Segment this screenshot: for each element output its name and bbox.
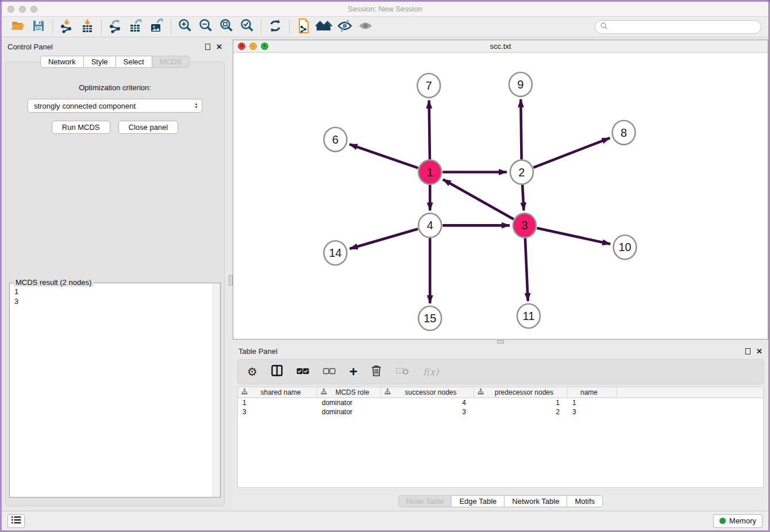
- table-row[interactable]: 1dominator411: [238, 398, 763, 407]
- tab-network-table[interactable]: Network Table: [505, 495, 567, 507]
- cell-MCDS-role[interactable]: dominator: [317, 408, 381, 416]
- create-column-button[interactable]: +: [349, 365, 357, 379]
- graph-node-10[interactable]: 10: [614, 235, 637, 259]
- import-table-button[interactable]: [77, 18, 98, 36]
- graph-node-11[interactable]: 11: [517, 304, 540, 328]
- close-panel-button[interactable]: Close panel: [118, 121, 179, 134]
- tab-mcds[interactable]: MCDS: [152, 56, 190, 68]
- graph-node-1[interactable]: 1: [418, 160, 441, 184]
- tab-select[interactable]: Select: [116, 56, 152, 68]
- float-panel-icon[interactable]: [745, 348, 750, 354]
- save-session-button[interactable]: [28, 18, 49, 36]
- tab-style[interactable]: Style: [84, 56, 116, 68]
- float-panel-icon[interactable]: [205, 44, 210, 50]
- show-hidden-button[interactable]: [355, 18, 376, 36]
- cell-name[interactable]: 3: [568, 408, 617, 416]
- graph-node-9[interactable]: 9: [509, 72, 532, 97]
- edge-1-6[interactable]: [349, 144, 418, 168]
- graph-node-4[interactable]: 4: [418, 213, 441, 237]
- node-label: 11: [523, 310, 535, 322]
- node-label: 10: [618, 241, 631, 253]
- edge-2-3[interactable]: [522, 184, 523, 210]
- network-canvas[interactable]: 7968124314101511: [233, 53, 768, 339]
- graph-node-3[interactable]: 3: [513, 213, 536, 237]
- tab-network[interactable]: Network: [40, 56, 84, 68]
- graph-node-2[interactable]: 2: [510, 160, 533, 184]
- splitter-grip[interactable]: [497, 340, 504, 344]
- nested-network-button[interactable]: [314, 18, 334, 36]
- graph-node-8[interactable]: 8: [613, 121, 636, 145]
- search-field[interactable]: [595, 20, 761, 34]
- network-view-window: ✕ − + scc.txt 7968124314101511: [233, 40, 768, 340]
- graph-node-15[interactable]: 15: [418, 306, 441, 330]
- app-window: Session: New Session: [0, 0, 770, 532]
- deselect-all-columns-button[interactable]: [323, 367, 336, 377]
- graph-node-14[interactable]: 14: [324, 241, 347, 265]
- edge-3-1[interactable]: [443, 179, 514, 219]
- graph-node-7[interactable]: 7: [417, 74, 440, 98]
- table-options-button[interactable]: ⚙: [247, 366, 257, 377]
- close-panel-icon[interactable]: ✕: [216, 43, 222, 51]
- cell-successor-nodes[interactable]: 3: [381, 408, 474, 416]
- zoom-in-button[interactable]: [175, 18, 195, 36]
- edge-2-9[interactable]: [521, 99, 521, 160]
- hide-selected-button[interactable]: [334, 18, 355, 36]
- delete-table-button[interactable]: [395, 366, 409, 377]
- table-panel-header: Table Panel ✕: [233, 344, 768, 358]
- export-image-icon: [149, 18, 164, 36]
- node-label: 7: [426, 79, 432, 92]
- column-header-predecessor-nodes[interactable]: predecessor nodes: [474, 387, 568, 398]
- tab-motifs[interactable]: Motifs: [567, 495, 603, 507]
- zoom-selected-button[interactable]: [237, 18, 257, 36]
- tab-edge-table[interactable]: Edge Table: [452, 495, 505, 507]
- criterion-select[interactable]: strongly connected component ▲ ▼: [28, 99, 202, 113]
- edge-2-8[interactable]: [533, 138, 610, 168]
- close-panel-icon[interactable]: ✕: [756, 348, 763, 355]
- select-all-columns-button[interactable]: [297, 367, 309, 377]
- edge-3-11[interactable]: [525, 238, 528, 301]
- zoom-out-button[interactable]: [195, 18, 216, 36]
- node-label: 14: [329, 246, 342, 259]
- column-label: successor nodes: [394, 388, 473, 396]
- cell-MCDS-role[interactable]: dominator: [317, 399, 381, 407]
- mcds-result-scrollbar[interactable]: [213, 283, 220, 497]
- vertical-splitter[interactable]: [228, 40, 233, 511]
- column-header-name[interactable]: name: [568, 387, 617, 398]
- edge-1-7[interactable]: [429, 101, 430, 160]
- mcds-panel: Optimization criterion: strongly connect…: [5, 61, 225, 506]
- cell-shared-name[interactable]: 1: [238, 399, 317, 407]
- task-history-button[interactable]: [7, 514, 25, 528]
- splitter-grip[interactable]: [229, 275, 233, 286]
- tab-node-table[interactable]: Node Table: [398, 495, 452, 507]
- column-label: MCDS role: [330, 388, 380, 396]
- import-network-button[interactable]: [56, 18, 77, 36]
- run-mcds-button[interactable]: Run MCDS: [52, 121, 110, 134]
- export-table-button[interactable]: [126, 18, 147, 36]
- edge-4-14[interactable]: [350, 229, 418, 249]
- edge-3-10[interactable]: [537, 228, 610, 244]
- zoom-fit-button[interactable]: [216, 18, 237, 36]
- memory-button[interactable]: Memory: [713, 514, 763, 528]
- horizontal-splitter[interactable]: [233, 340, 768, 344]
- right-column: ✕ − + scc.txt 7968124314101511 Table Pan…: [233, 40, 768, 511]
- cell-shared-name[interactable]: 3: [238, 408, 317, 416]
- delete-column-button[interactable]: [371, 364, 382, 379]
- cell-predecessor-nodes[interactable]: 2: [474, 408, 568, 416]
- function-builder-button[interactable]: f(x): [423, 367, 438, 377]
- cell-predecessor-nodes[interactable]: 1: [474, 399, 568, 407]
- search-input[interactable]: [608, 22, 761, 32]
- column-header-shared-name[interactable]: shared name: [238, 387, 317, 398]
- new-network-from-selection-button[interactable]: [293, 18, 314, 36]
- show-columns-button[interactable]: [271, 365, 283, 379]
- export-image-button[interactable]: [147, 18, 167, 36]
- column-header-successor-nodes[interactable]: successor nodes: [381, 387, 474, 398]
- import-table-icon: [80, 18, 95, 36]
- export-network-button[interactable]: [105, 18, 126, 36]
- open-session-button[interactable]: [7, 18, 28, 36]
- cell-successor-nodes[interactable]: 4: [381, 399, 474, 407]
- cell-name[interactable]: 1: [568, 399, 617, 407]
- table-row[interactable]: 3dominator323: [238, 407, 763, 417]
- graph-node-6[interactable]: 6: [324, 128, 347, 152]
- column-header-MCDS-role[interactable]: MCDS role: [317, 387, 381, 398]
- apply-layout-button[interactable]: [265, 18, 286, 36]
